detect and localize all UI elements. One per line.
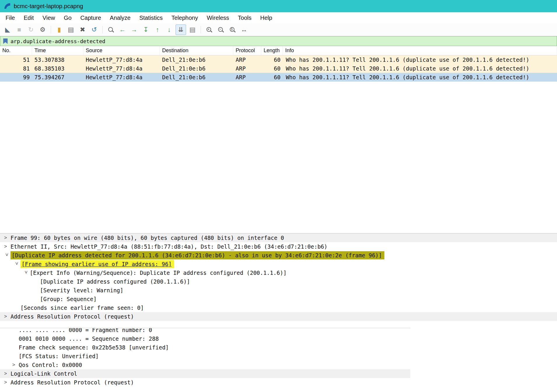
detail-text: [Duplicate IP address configured (200.1.…: [40, 278, 191, 285]
start-capture-icon[interactable]: ◣: [2, 24, 13, 35]
detail-row[interactable]: [Duplicate IP address detected for 200.1…: [0, 251, 557, 260]
restart-capture-icon[interactable]: ↻: [26, 24, 36, 35]
detail-row[interactable]: Frame check sequence: 0x22b5e538 [unveri…: [0, 343, 410, 352]
go-to-first-packet-icon[interactable]: ↑: [152, 24, 163, 35]
detail-row[interactable]: [Severity level: Warning]: [0, 286, 557, 295]
close-file-icon[interactable]: ✖: [77, 24, 88, 35]
detail-row[interactable]: Qos Control: 0x0000: [0, 361, 410, 369]
go-back-icon[interactable]: ←: [117, 24, 128, 35]
detail-row[interactable]: Address Resolution Protocol (request): [0, 312, 557, 321]
go-to-packet-icon: ↧: [143, 26, 148, 34]
packet-cell-protocol: ARP: [233, 73, 261, 82]
zoom-out-icon[interactable]: −: [216, 24, 226, 35]
menu-help[interactable]: Help: [256, 13, 276, 22]
reload-file-icon: ↺: [92, 26, 97, 34]
capture-options-icon: ⚙: [40, 26, 45, 34]
column-header-length[interactable]: Length: [261, 46, 283, 55]
resize-columns-icon[interactable]: ↔: [239, 24, 249, 35]
packet-window-details-pane: .... .... .... 0000 = Fragment number: 0…: [0, 328, 410, 392]
detail-row[interactable]: Address Resolution Protocol (request): [0, 378, 410, 387]
column-header-info[interactable]: Info: [283, 46, 557, 55]
menu-telephony[interactable]: Telephony: [167, 13, 202, 22]
zoom-in-icon[interactable]: +: [204, 24, 214, 35]
menu-edit[interactable]: Edit: [19, 13, 38, 22]
menu-wireless[interactable]: Wireless: [202, 13, 234, 22]
packet-cell-time: 68.385103: [32, 64, 83, 73]
capture-options-icon[interactable]: ⚙: [37, 24, 48, 35]
zoom-original-icon[interactable]: 1: [227, 24, 238, 35]
menu-file[interactable]: File: [1, 13, 19, 22]
colorize-icon: ▤: [190, 26, 196, 34]
menu-statistics[interactable]: Statistics: [135, 13, 167, 22]
menu-analyze[interactable]: Analyze: [106, 13, 135, 22]
packet-cell-source: HewlettP_77:d8:4a: [83, 64, 160, 73]
packet-cell-destination: Dell_21:0e:b6: [160, 73, 233, 82]
window-title: bcmc-target-laptop.pcapng: [14, 3, 83, 10]
column-header-no[interactable]: No.: [0, 46, 32, 55]
detail-text: Logical-Link Control: [10, 370, 78, 377]
detail-row[interactable]: [Frame showing earlier use of IP address…: [0, 260, 557, 268]
auto-scroll-icon[interactable]: ⇊: [176, 24, 186, 35]
detail-text: [Seconds since earlier frame seen: 0]: [20, 304, 145, 312]
detail-row[interactable]: Frame 99: 60 bytes on wire (480 bits), 6…: [0, 233, 557, 242]
chevron-down-icon[interactable]: [23, 271, 29, 277]
menu-tools[interactable]: Tools: [234, 13, 256, 22]
menu-capture[interactable]: Capture: [76, 13, 105, 22]
detail-text: [Duplicate IP address detected for 200.1…: [10, 251, 384, 259]
packet-row[interactable]: 8168.385103HewlettP_77:d8:4aDell_21:0e:b…: [0, 64, 557, 73]
wireshark-logo-icon: [3, 2, 11, 10]
detail-text: Address Resolution Protocol (request): [10, 379, 135, 386]
column-header-time[interactable]: Time: [32, 46, 83, 55]
detail-row[interactable]: [Seconds since earlier frame seen: 0]: [0, 303, 557, 312]
main-toolbar: ◣■↻⚙▮▤✖↺←→↧↑↓⇊▤+−1↔: [0, 23, 557, 36]
detail-text: [Group: Sequence]: [40, 295, 98, 303]
menu-view[interactable]: View: [38, 13, 59, 22]
chevron-down-icon[interactable]: [14, 262, 20, 268]
detail-text: Ethernet II, Src: HewlettP_77:d8:4a (88:…: [10, 243, 329, 250]
chevron-right-icon[interactable]: [4, 371, 10, 377]
restart-capture-icon: ↻: [28, 26, 34, 34]
display-filter-input[interactable]: arp.duplicate-address-detected: [10, 38, 105, 44]
save-file-icon[interactable]: ▤: [66, 24, 76, 35]
bookmark-icon[interactable]: [3, 38, 8, 44]
column-header-destination[interactable]: Destination: [160, 46, 233, 55]
reload-file-icon[interactable]: ↺: [89, 24, 99, 35]
column-header-source[interactable]: Source: [83, 46, 160, 55]
detail-row[interactable]: [Expert Info (Warning/Sequence): Duplica…: [0, 268, 557, 277]
chevron-right-icon[interactable]: [12, 362, 19, 368]
detail-text: Address Resolution Protocol (request): [10, 313, 135, 320]
detail-text: [Frame showing earlier use of IP address…: [20, 260, 174, 268]
find-packet-icon[interactable]: [106, 24, 116, 35]
packet-cell-protocol: ARP: [233, 55, 261, 64]
go-to-packet-icon[interactable]: ↧: [141, 24, 151, 35]
chevron-right-icon[interactable]: [4, 244, 10, 249]
chevron-right-icon[interactable]: [4, 235, 10, 241]
go-to-last-packet-icon[interactable]: ↓: [164, 24, 174, 35]
packet-row[interactable]: 9975.394267HewlettP_77:d8:4aDell_21:0e:b…: [0, 73, 557, 82]
stop-capture-icon: ■: [17, 26, 21, 34]
wireshark-window: bcmc-target-laptop.pcapng FileEditViewGo…: [0, 0, 557, 82]
packet-cell-time: 75.394267: [32, 73, 83, 82]
menu-go[interactable]: Go: [59, 13, 76, 22]
detail-row[interactable]: [Duplicate IP address configured (200.1.…: [0, 277, 557, 286]
chevron-down-icon[interactable]: [4, 253, 10, 260]
chevron-right-icon[interactable]: [4, 314, 10, 319]
column-header-protocol[interactable]: Protocol: [233, 46, 261, 55]
detail-text: [FCS Status: Unverified]: [19, 352, 100, 360]
stop-capture-icon[interactable]: ■: [14, 24, 24, 35]
open-file-icon[interactable]: ▮: [54, 24, 64, 35]
detail-row[interactable]: Ethernet II, Src: HewlettP_77:d8:4a (88:…: [0, 242, 557, 251]
detail-row[interactable]: 0001 0010 0000 .... = Sequence number: 2…: [0, 334, 410, 343]
detail-row[interactable]: [FCS Status: Unverified]: [0, 352, 410, 361]
detail-row[interactable]: Logical-Link Control: [0, 369, 410, 378]
packet-cell-info: Who has 200.1.1.11? Tell 200.1.1.6 (dupl…: [283, 64, 557, 73]
go-forward-icon[interactable]: →: [129, 24, 139, 35]
detail-row[interactable]: .... .... .... 0000 = Fragment number: 0: [0, 328, 410, 334]
packet-row[interactable]: 5153.307838HewlettP_77:d8:4aDell_21:0e:b…: [0, 55, 557, 64]
chevron-right-icon[interactable]: [4, 379, 10, 385]
colorize-icon[interactable]: ▤: [187, 24, 198, 35]
zoom-original-icon: 1: [230, 27, 235, 33]
details-tree-2: .... .... .... 0000 = Fragment number: 0…: [0, 328, 410, 387]
detail-row[interactable]: [Group: Sequence]: [0, 295, 557, 303]
toolbar-separator: [201, 26, 201, 34]
